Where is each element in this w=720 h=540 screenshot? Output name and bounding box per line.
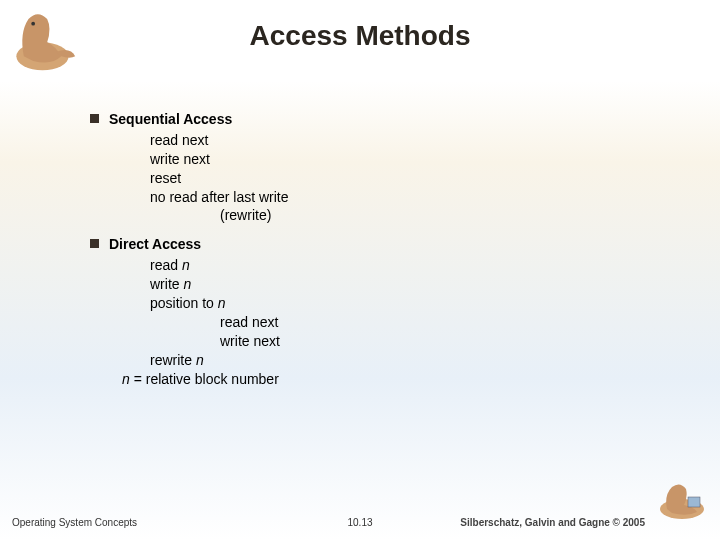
svg-rect-3 [688, 497, 700, 507]
list-item: rewrite n [150, 351, 289, 370]
list-item: read n [150, 256, 289, 275]
square-bullet-icon [90, 114, 99, 123]
note-line: n = relative block number [122, 370, 289, 389]
footer-left: Operating System Concepts [12, 517, 137, 528]
list-item: reset [150, 169, 289, 188]
list-item: read next [150, 131, 289, 150]
slide: Access Methods Sequential Access read ne… [0, 0, 720, 540]
footer-page-number: 10.13 [347, 517, 372, 528]
heading-sequential: Sequential Access [109, 110, 232, 129]
slide-content: Sequential Access read next write next r… [90, 110, 289, 388]
heading-direct: Direct Access [109, 235, 201, 254]
bullet-sequential: Sequential Access [90, 110, 289, 129]
footer-copyright: Silberschatz, Galvin and Gagne © 2005 [460, 517, 645, 528]
list-item: position to n [150, 294, 289, 313]
bullet-direct: Direct Access [90, 235, 289, 254]
square-bullet-icon [90, 239, 99, 248]
list-item: write next [220, 332, 289, 351]
list-item: read next [220, 313, 289, 332]
slide-title: Access Methods [0, 20, 720, 52]
list-item: (rewrite) [220, 206, 289, 225]
list-item: write n [150, 275, 289, 294]
list-item: no read after last write [150, 188, 289, 207]
dinosaur-bottom-image [652, 477, 712, 522]
list-item: write next [150, 150, 289, 169]
